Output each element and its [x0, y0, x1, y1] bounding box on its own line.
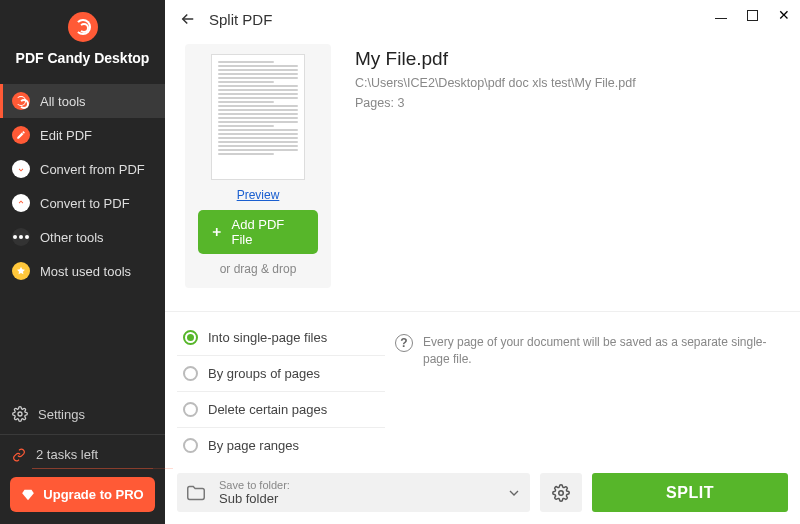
dots-icon	[12, 228, 30, 246]
close-button[interactable]: ✕	[778, 8, 790, 22]
split-button[interactable]: SPLIT	[592, 473, 788, 512]
settings-gear-button[interactable]	[540, 473, 582, 512]
gear-icon	[12, 406, 28, 422]
radio-icon	[183, 330, 198, 345]
option-description-text: Every page of your document will be save…	[423, 334, 776, 369]
pencil-icon	[12, 126, 30, 144]
window-controls: ✕	[715, 8, 790, 22]
settings-button[interactable]: Settings	[0, 396, 165, 432]
save-folder-title: Save to folder:	[219, 479, 494, 491]
file-card: Preview Add PDF File or drag & drop	[185, 44, 331, 288]
sidebar-item-label: Convert to PDF	[40, 196, 130, 211]
sidebar-item-convert-from-pdf[interactable]: Convert from PDF	[0, 152, 165, 186]
preview-link[interactable]: Preview	[237, 188, 280, 202]
save-folder-chooser[interactable]: Save to folder: Sub folder	[177, 473, 530, 512]
option-label: By groups of pages	[208, 366, 320, 381]
split-button-label: SPLIT	[666, 484, 714, 502]
tasks-left: 2 tasks left	[0, 437, 165, 472]
titlebar: Split PDF	[165, 0, 800, 38]
arrow-up-icon	[12, 194, 30, 212]
option-groups-of-pages[interactable]: By groups of pages	[177, 356, 385, 392]
sidebar-item-label: Edit PDF	[40, 128, 92, 143]
sidebar-item-most-used[interactable]: Most used tools	[0, 254, 165, 288]
option-page-ranges[interactable]: By page ranges	[177, 428, 385, 463]
logo-area: PDF Candy Desktop	[0, 0, 165, 76]
settings-label: Settings	[38, 407, 85, 422]
tasks-left-label: 2 tasks left	[36, 447, 98, 462]
upgrade-label: Upgrade to PRO	[43, 487, 143, 502]
radio-icon	[183, 366, 198, 381]
drag-drop-hint: or drag & drop	[220, 262, 297, 276]
folder-icon	[185, 482, 207, 504]
main: ✕ Split PDF Preview Add PDF File or drag…	[165, 0, 800, 524]
plus-icon	[210, 225, 223, 239]
tasks-underline	[32, 468, 153, 469]
option-description: ? Every page of your document will be sa…	[385, 320, 800, 369]
file-path: C:\Users\ICE2\Desktop\pdf doc xls test\M…	[355, 76, 636, 90]
arrow-down-icon	[12, 160, 30, 178]
sidebar-item-label: Most used tools	[40, 264, 131, 279]
sidebar-item-label: Other tools	[40, 230, 104, 245]
page-title: Split PDF	[209, 11, 272, 28]
sidebar-nav: All tools Edit PDF Convert from PDF Conv…	[0, 84, 165, 288]
split-options-list: Into single-page files By groups of page…	[165, 320, 385, 463]
link-icon	[12, 448, 26, 462]
option-label: Into single-page files	[208, 330, 327, 345]
sidebar: PDF Candy Desktop All tools Edit PDF Con…	[0, 0, 165, 524]
option-single-page[interactable]: Into single-page files	[177, 320, 385, 356]
upgrade-button[interactable]: Upgrade to PRO	[10, 477, 155, 512]
maximize-button[interactable]	[747, 10, 758, 21]
gear-icon	[552, 484, 570, 502]
option-label: Delete certain pages	[208, 402, 327, 417]
help-icon: ?	[395, 334, 413, 352]
options-area: Into single-page files By groups of page…	[165, 311, 800, 524]
back-button[interactable]	[179, 10, 197, 28]
radio-icon	[183, 438, 198, 453]
minimize-button[interactable]	[715, 9, 727, 21]
candy-icon	[12, 92, 30, 110]
sidebar-item-convert-to-pdf[interactable]: Convert to PDF	[0, 186, 165, 220]
app-logo-icon	[68, 12, 98, 42]
svg-point-1	[559, 490, 564, 495]
diamond-icon	[21, 488, 35, 502]
radio-icon	[183, 402, 198, 417]
sidebar-footer: Settings 2 tasks left Upgrade to PRO	[0, 396, 165, 524]
option-delete-pages[interactable]: Delete certain pages	[177, 392, 385, 428]
sidebar-item-label: Convert from PDF	[40, 162, 145, 177]
sidebar-item-edit-pdf[interactable]: Edit PDF	[0, 118, 165, 152]
chevron-down-icon	[506, 485, 522, 501]
bottom-bar: Save to folder: Sub folder SPLIT	[165, 463, 800, 524]
divider	[0, 434, 165, 435]
save-folder-value: Sub folder	[219, 491, 494, 506]
sidebar-item-label: All tools	[40, 94, 86, 109]
content-top: Preview Add PDF File or drag & drop My F…	[165, 38, 800, 288]
file-meta: My File.pdf C:\Users\ICE2\Desktop\pdf do…	[355, 44, 636, 288]
star-icon	[12, 262, 30, 280]
sidebar-item-other-tools[interactable]: Other tools	[0, 220, 165, 254]
add-pdf-label: Add PDF File	[231, 217, 306, 247]
file-name: My File.pdf	[355, 48, 636, 70]
app-title: PDF Candy Desktop	[16, 50, 150, 66]
pdf-thumbnail[interactable]	[211, 54, 305, 180]
option-label: By page ranges	[208, 438, 299, 453]
file-page-count: Pages: 3	[355, 96, 636, 110]
svg-point-0	[18, 412, 22, 416]
sidebar-item-all-tools[interactable]: All tools	[0, 84, 165, 118]
add-pdf-button[interactable]: Add PDF File	[198, 210, 318, 254]
